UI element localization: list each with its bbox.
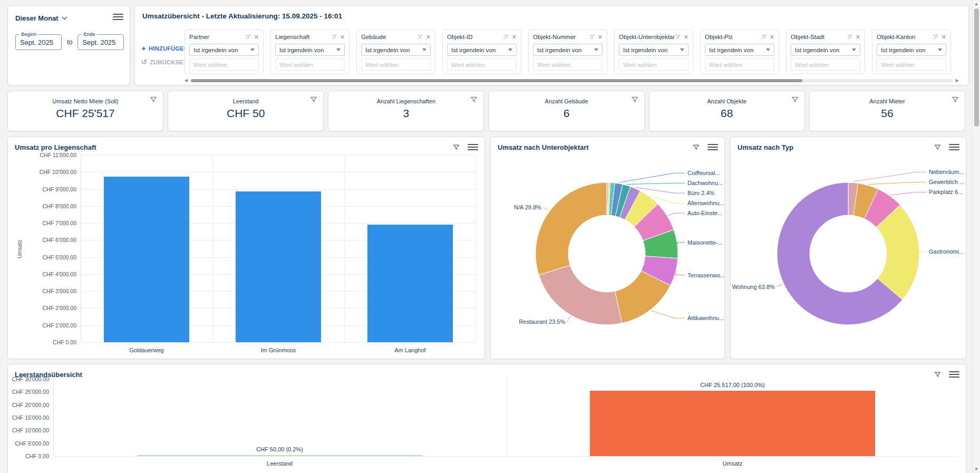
x-category-label: Am Langhof — [344, 347, 476, 353]
filter-value-input[interactable] — [791, 59, 860, 71]
bar-goldauerweg[interactable] — [104, 177, 190, 342]
filter-operator-select[interactable]: Ist irgendein von — [275, 44, 345, 56]
scroll-right-icon[interactable]: ▶ — [956, 78, 959, 83]
end-date-field[interactable]: Ende Sept. 2025 — [77, 34, 124, 50]
remove-filter-icon[interactable]: ✕ — [856, 34, 860, 40]
end-field-label: Ende — [82, 31, 96, 37]
kpi-label: Anzahl Objekte — [649, 98, 804, 104]
filter-value-input[interactable] — [447, 59, 517, 71]
y-tick-label: CHF 2'000.00 — [23, 305, 76, 311]
remove-filter-icon[interactable]: ✕ — [512, 34, 517, 40]
donut-chart: Coiffeursal...Dachwohnu...Büro 2.4%Alter… — [491, 137, 724, 359]
donut-slice-label: Alterswohnu... — [687, 200, 724, 206]
filter-operator-select[interactable]: Ist irgendein von — [189, 44, 259, 56]
funnel-slash-icon[interactable] — [331, 34, 337, 40]
donut-slice[interactable] — [536, 182, 607, 275]
kpi-value: 56 — [810, 107, 965, 120]
filter-value-input[interactable] — [877, 59, 946, 71]
filter-icon[interactable] — [149, 95, 158, 106]
filter-icon[interactable] — [630, 95, 639, 106]
x-category-label: Umsatz — [506, 460, 959, 467]
remove-filter-icon[interactable]: ✕ — [340, 34, 345, 40]
filter-operator-select[interactable]: Ist irgendein von — [533, 44, 603, 56]
filter-operator-value: Ist irgendein von — [709, 47, 753, 53]
remove-filter-icon[interactable]: ✕ — [426, 34, 431, 40]
kpi-card-6: Anzahl Mieter56 — [809, 91, 965, 131]
remove-filter-icon[interactable]: ✕ — [770, 34, 774, 40]
filter-value-input[interactable] — [705, 59, 774, 71]
filter-chip-gebäude: Gebäude✕Ist irgendein von — [356, 30, 435, 74]
bar-chart: CHF 0.00CHF 1'000.00CHF 2'000.00CHF 3'00… — [8, 137, 484, 359]
donut-slice-label: Gastronomi... — [929, 248, 964, 255]
filter-value-input[interactable] — [275, 59, 345, 71]
funnel-slash-icon[interactable] — [503, 34, 509, 40]
y-tick-label: CHF 7'000.00 — [23, 220, 76, 226]
filter-operator-select[interactable]: Ist irgendein von — [361, 44, 431, 56]
begin-date-value: Sept. 2025 — [20, 38, 53, 46]
filter-value-input[interactable] — [189, 59, 259, 71]
bar-im-grünmoos[interactable] — [236, 191, 322, 342]
remove-filter-icon[interactable]: ✕ — [942, 34, 946, 40]
kpi-value: 3 — [328, 107, 483, 120]
kpi-label: Leerstand — [168, 98, 323, 104]
filter-operator-value: Ist irgendein von — [365, 47, 410, 53]
remove-filter-icon[interactable]: ✕ — [684, 34, 688, 40]
kpi-label: Anzahl Gebäude — [489, 98, 644, 104]
filter-chip-title: Partner — [189, 34, 209, 40]
filter-icon[interactable] — [470, 95, 478, 106]
filter-operator-value: Ist irgendein von — [537, 47, 581, 53]
begin-date-field[interactable]: Beginn Sept. 2025 — [15, 34, 62, 50]
funnel-slash-icon[interactable] — [847, 34, 853, 40]
y-tick-label: CHF 3'000.00 — [23, 288, 76, 294]
funnel-slash-icon[interactable] — [417, 34, 423, 40]
filter-operator-select[interactable]: Ist irgendein von — [619, 44, 688, 56]
funnel-slash-icon[interactable] — [245, 34, 251, 40]
chevron-down-icon — [62, 16, 67, 20]
donut-slice[interactable] — [539, 265, 622, 325]
filter-icon[interactable] — [951, 95, 959, 106]
vertical-scrollbar[interactable]: ▲ ▼ — [972, 0, 980, 473]
menu-icon[interactable] — [113, 12, 123, 22]
filter-operator-select[interactable]: Ist irgendein von — [705, 44, 774, 56]
y-tick-label: CHF 5'000.00 — [11, 440, 49, 447]
filter-value-input[interactable] — [619, 59, 688, 71]
scroll-up-icon[interactable]: ▲ — [973, 2, 980, 6]
date-preset-dropdown[interactable]: Dieser Monat — [15, 14, 67, 22]
filter-chip-title: Objekt-Nummer — [533, 34, 576, 40]
bar-value-label: CHF 50,00 (0.2%) — [53, 446, 506, 452]
remove-filter-icon[interactable]: ✕ — [598, 34, 603, 40]
donut-svg: Coiffeursal...Dachwohnu...Büro 2.4%Alter… — [491, 137, 724, 359]
umsatz-nach-typ-card: Umsatz nach Typ Nebenräum...Gewerblich .… — [730, 137, 966, 359]
funnel-slash-icon[interactable] — [761, 34, 767, 40]
scrollbar-thumb[interactable] — [974, 8, 979, 127]
funnel-slash-icon[interactable] — [933, 34, 939, 40]
donut-slice-label: Restaurant 23.5% — [519, 318, 565, 325]
bar-leerstand[interactable] — [137, 455, 422, 456]
filter-value-input[interactable] — [361, 59, 431, 71]
donut-slice-label: Nebenräum... — [929, 169, 964, 175]
range-separator: to — [67, 38, 72, 46]
gridline — [212, 155, 213, 342]
filter-chip-objekt-stadt: Objekt-Stadt✕Ist irgendein von — [786, 30, 865, 74]
filter-icon[interactable] — [791, 95, 799, 106]
remove-filter-icon[interactable]: ✕ — [254, 34, 259, 40]
scroll-down-icon[interactable]: ▼ — [973, 467, 980, 471]
kpi-card-3: Anzahl Liegenschaften3 — [328, 91, 484, 131]
y-axis-line — [53, 379, 54, 456]
dropdown-arrow-icon — [594, 49, 598, 51]
filter-operator-select[interactable]: Ist irgendein von — [447, 44, 517, 56]
filter-value-input[interactable] — [533, 59, 603, 71]
bar-umsatz[interactable] — [590, 391, 875, 456]
funnel-slash-icon[interactable] — [589, 34, 595, 40]
scrollbar-thumb[interactable] — [191, 79, 802, 82]
donut-slice-label: Coiffeursal... — [687, 170, 720, 176]
horizontal-scrollbar[interactable]: ◀ ▶ — [185, 78, 959, 83]
funnel-slash-icon[interactable] — [675, 34, 681, 40]
kpi-card-2: LeerstandCHF 50 — [168, 91, 324, 131]
filter-operator-select[interactable]: Ist irgendein von — [877, 44, 946, 56]
bar-am-langhof[interactable] — [367, 225, 453, 342]
filter-icon[interactable] — [309, 95, 318, 106]
gridline — [344, 155, 345, 342]
filter-operator-select[interactable]: Ist irgendein von — [791, 44, 860, 56]
scroll-left-icon[interactable]: ◀ — [185, 78, 188, 83]
